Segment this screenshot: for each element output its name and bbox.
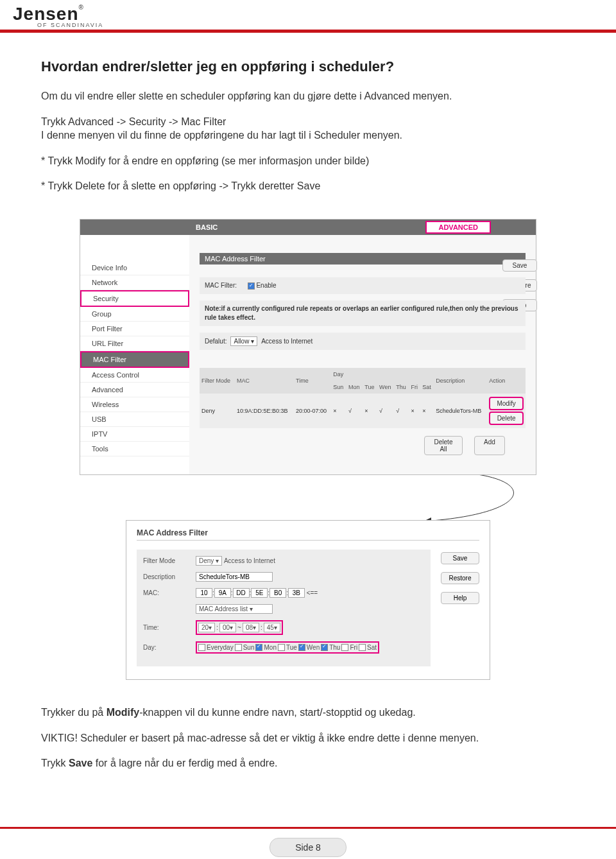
closing-modify: Trykker du på Modify-knappen vil du kunn… bbox=[41, 706, 575, 720]
panel-heading: MAC Address Filter bbox=[200, 253, 526, 265]
day-label: Sat bbox=[367, 644, 377, 651]
sidebar-item-usb[interactable]: USB bbox=[80, 412, 189, 427]
modify-button[interactable]: Modify bbox=[489, 397, 524, 410]
default-row: Defalut: Allow ▾ Access to Internet bbox=[200, 333, 526, 350]
day-checkbox-tue[interactable] bbox=[278, 644, 285, 651]
day-checkbox-everyday[interactable] bbox=[198, 644, 205, 651]
day-label: Fri bbox=[350, 644, 357, 651]
day-checkbox-sun[interactable] bbox=[235, 644, 242, 651]
page-number: Side 8 bbox=[270, 838, 346, 857]
th-time: Time bbox=[294, 368, 331, 394]
mac-oct-3[interactable] bbox=[251, 588, 268, 598]
mac-oct-1[interactable] bbox=[214, 588, 231, 598]
sidebar-item-network[interactable]: Network bbox=[80, 275, 189, 290]
panel-heading-2: MAC Address Filter bbox=[137, 528, 479, 541]
time-h1[interactable]: 20▾ bbox=[198, 623, 215, 632]
delete-all-button[interactable]: Delete All bbox=[424, 436, 463, 455]
nav-path-paragraph: Trykk Advanced -> Security -> Mac Filter… bbox=[41, 115, 575, 143]
description-input[interactable] bbox=[196, 572, 273, 582]
th-action: Action bbox=[487, 368, 526, 394]
page-title: Hvordan endrer/sletter jeg en oppføring … bbox=[41, 58, 575, 75]
save-button[interactable]: Save bbox=[502, 259, 537, 272]
enable-checkbox[interactable] bbox=[248, 282, 255, 290]
table-row: Deny 10:9A:DD:5E:B0:3B 20:00-07:00 × √ ×… bbox=[200, 394, 526, 428]
logo-tagline: OF SCANDINAVIA bbox=[37, 22, 603, 28]
th-day: Day bbox=[331, 368, 434, 381]
th-mac: MAC bbox=[235, 368, 294, 394]
closing-save: Trykk Save for å lagre når du er ferdig … bbox=[41, 756, 575, 770]
delete-instruction: * Trykk Delete for å slette en oppføring… bbox=[41, 179, 575, 193]
day-highlight: Everyday Sun Mon Tue Wen Thu Fri Sat bbox=[196, 641, 379, 654]
mac-oct-5[interactable] bbox=[288, 588, 305, 598]
closing-warning: VIKTIG! Scheduler er basert på mac-adres… bbox=[41, 731, 575, 745]
th-desc: Description bbox=[434, 368, 487, 394]
page-content: Hvordan endrer/sletter jeg en oppføring … bbox=[0, 33, 616, 801]
day-checkbox-sat[interactable] bbox=[359, 644, 366, 651]
tab-advanced[interactable]: ADVANCED bbox=[425, 221, 491, 234]
sidebar-item-tools[interactable]: Tools bbox=[80, 442, 189, 456]
mac-oct-0[interactable] bbox=[196, 588, 212, 598]
day-checkbox-mon[interactable] bbox=[255, 644, 262, 651]
restore-button-2[interactable]: Restore bbox=[441, 572, 479, 584]
sidebar-item-device-info[interactable]: Device Info bbox=[80, 261, 189, 275]
filter-mode-select[interactable]: Deny ▾ bbox=[196, 556, 222, 566]
tab-basic[interactable]: BASIC bbox=[196, 223, 218, 231]
time-highlight: 20▾: 00▾~ 08▾: 45▾ bbox=[196, 620, 283, 635]
sidebar-item-advanced[interactable]: Advanced bbox=[80, 383, 189, 397]
top-tabs: BASIC ADVANCED bbox=[80, 220, 536, 235]
side-buttons-2: Save Restore Help bbox=[441, 552, 479, 666]
footer: Side 8 bbox=[0, 827, 616, 857]
save-button-2[interactable]: Save bbox=[441, 552, 479, 564]
delete-button[interactable]: Delete bbox=[489, 412, 524, 425]
logo-header: Jensen® OF SCANDINAVIA bbox=[0, 0, 616, 30]
day-label: Sun bbox=[243, 644, 255, 651]
sidebar: Device Info Network Security Group Port … bbox=[80, 235, 189, 474]
note-text: Note:if a currently configured rule repe… bbox=[200, 300, 526, 326]
day-label: Thu bbox=[329, 644, 340, 651]
time-m2[interactable]: 45▾ bbox=[264, 623, 280, 632]
sidebar-item-wireless[interactable]: Wireless bbox=[80, 397, 189, 412]
screenshot-mac-filter-list: BASIC ADVANCED Device Info Network Secur… bbox=[80, 219, 536, 475]
help-button-2[interactable]: Help bbox=[441, 592, 479, 604]
mac-oct-2[interactable] bbox=[233, 588, 250, 598]
filter-table: Filter Mode MAC Time Day Description Act… bbox=[200, 368, 526, 428]
day-checkbox-fri[interactable] bbox=[341, 644, 348, 651]
enable-row: MAC Filter: Enable bbox=[200, 277, 526, 294]
day-label: Wen bbox=[307, 644, 320, 651]
sidebar-item-security[interactable]: Security bbox=[80, 290, 189, 307]
day-checkbox-thu[interactable] bbox=[321, 644, 328, 651]
day-label: Mon bbox=[264, 644, 276, 651]
th-mode: Filter Mode bbox=[200, 368, 235, 394]
sidebar-item-url-filter[interactable]: URL Filter bbox=[80, 336, 189, 351]
intro-paragraph: Om du vil endre eller slette en schedule… bbox=[41, 89, 575, 103]
main-panel: MAC Address Filter Save Restore Help MAC… bbox=[189, 235, 536, 474]
time-m1[interactable]: 00▾ bbox=[219, 623, 236, 632]
mac-oct-4[interactable] bbox=[270, 588, 286, 598]
day-checkbox-wen[interactable] bbox=[298, 644, 305, 651]
arrow-graphic bbox=[64, 469, 552, 526]
footer-divider bbox=[0, 827, 616, 829]
day-label: Everyday bbox=[207, 644, 234, 651]
edit-form: Filter Mode Deny ▾ Access to Internet De… bbox=[137, 550, 431, 666]
day-label: Tue bbox=[286, 644, 297, 651]
time-h2[interactable]: 08▾ bbox=[243, 623, 259, 632]
mac-list-select[interactable]: MAC Address list ▾ bbox=[196, 604, 273, 614]
default-select[interactable]: Allow ▾ bbox=[230, 336, 257, 346]
sidebar-item-access-control[interactable]: Access Control bbox=[80, 368, 189, 383]
screenshot-mac-filter-edit: MAC Address Filter Filter Mode Deny ▾ Ac… bbox=[126, 520, 490, 680]
sidebar-item-mac-filter[interactable]: MAC Filter bbox=[80, 351, 189, 368]
add-button[interactable]: Add bbox=[474, 436, 505, 455]
sidebar-item-port-filter[interactable]: Port Filter bbox=[80, 322, 189, 336]
modify-instruction: * Trykk Modify for å endre en oppføring … bbox=[41, 154, 575, 168]
sidebar-item-iptv[interactable]: IPTV bbox=[80, 427, 189, 442]
sidebar-item-group[interactable]: Group bbox=[80, 307, 189, 322]
